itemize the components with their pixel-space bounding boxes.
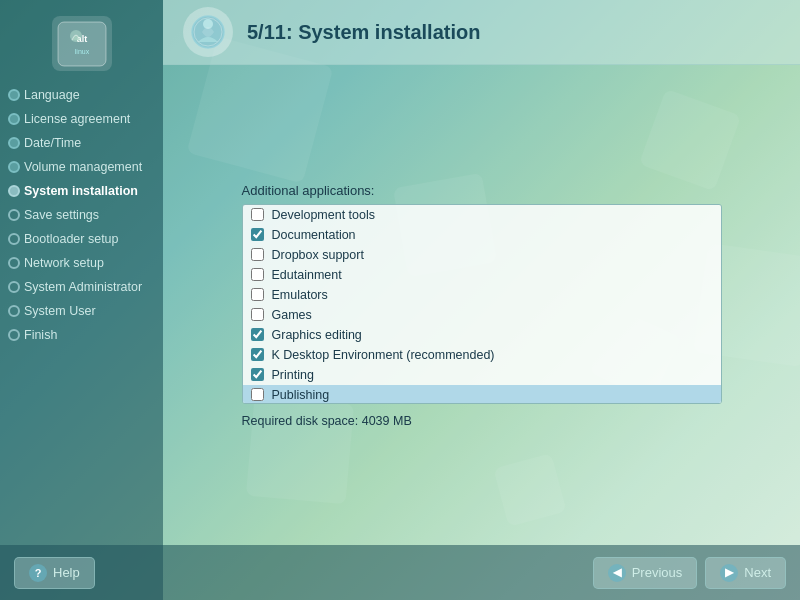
radio-dot-9 <box>8 305 20 317</box>
app-item-2[interactable]: Dropbox support <box>243 245 721 265</box>
radio-dot-10 <box>8 329 20 341</box>
svg-rect-0 <box>58 22 106 66</box>
sidebar-item-bootloader-setup[interactable]: Bootloader setup <box>0 227 163 251</box>
radio-dot-6 <box>8 233 20 245</box>
sidebar-label-10: Finish <box>24 328 57 342</box>
app-label-6: Graphics editing <box>272 328 362 342</box>
previous-label: Previous <box>632 565 683 580</box>
previous-button[interactable]: ◀ Previous <box>593 557 698 589</box>
previous-icon: ◀ <box>608 564 626 582</box>
app-list[interactable]: Development toolsDocumentationDropbox su… <box>242 204 722 404</box>
app-label-3: Edutainment <box>272 268 342 282</box>
help-icon: ? <box>29 564 47 582</box>
help-button[interactable]: ? Help <box>14 557 95 589</box>
sidebar-item-save-settings[interactable]: Save settings <box>0 203 163 227</box>
sidebar-item-volume-management[interactable]: Volume management <box>0 155 163 179</box>
app-label-8: Printing <box>272 368 314 382</box>
app-item-4[interactable]: Emulators <box>243 285 721 305</box>
radio-dot-3 <box>8 161 20 173</box>
app-label-7: K Desktop Environment (recommended) <box>272 348 495 362</box>
sidebar-label-3: Volume management <box>24 160 142 174</box>
app-item-6[interactable]: Graphics editing <box>243 325 721 345</box>
app-label-4: Emulators <box>272 288 328 302</box>
radio-dot-5 <box>8 209 20 221</box>
app-item-1[interactable]: Documentation <box>243 225 721 245</box>
sidebar-item-license-agreement[interactable]: License agreement <box>0 107 163 131</box>
sidebar-label-2: Date/Time <box>24 136 81 150</box>
app-checkbox-0[interactable] <box>251 208 264 221</box>
sidebar-label-1: License agreement <box>24 112 130 126</box>
sidebar-label-8: System Administrator <box>24 280 142 294</box>
app-label-1: Documentation <box>272 228 356 242</box>
app-label-2: Dropbox support <box>272 248 364 262</box>
app-item-3[interactable]: Edutainment <box>243 265 721 285</box>
app-item-9[interactable]: Publishing <box>243 385 721 404</box>
sidebar-item-language[interactable]: Language <box>0 83 163 107</box>
app-label-9: Publishing <box>272 388 330 402</box>
next-label: Next <box>744 565 771 580</box>
app-item-5[interactable]: Games <box>243 305 721 325</box>
help-label: Help <box>53 565 80 580</box>
radio-dot-7 <box>8 257 20 269</box>
header-icon <box>183 7 233 57</box>
radio-dot-0 <box>8 89 20 101</box>
app-label-0: Development tools <box>272 208 376 222</box>
header: 5/11: System installation <box>163 0 800 65</box>
footer: ? Help ◀ Previous ▶ Next <box>0 545 800 600</box>
app-checkbox-2[interactable] <box>251 248 264 261</box>
radio-dot-1 <box>8 113 20 125</box>
header-title: 5/11: System installation <box>247 21 480 44</box>
additional-apps-label: Additional applications: <box>242 183 722 198</box>
app-item-0[interactable]: Development tools <box>243 205 721 225</box>
content-panel: Additional applications: Development too… <box>242 183 722 428</box>
sidebar-label-0: Language <box>24 88 80 102</box>
radio-dot-4 <box>8 185 20 197</box>
app-checkbox-8[interactable] <box>251 368 264 381</box>
app-checkbox-6[interactable] <box>251 328 264 341</box>
alt-linux-logo: alt linux <box>52 16 112 71</box>
sidebar-label-5: Save settings <box>24 208 99 222</box>
app-item-7[interactable]: K Desktop Environment (recommended) <box>243 345 721 365</box>
app-checkbox-3[interactable] <box>251 268 264 281</box>
sidebar-label-4: System installation <box>24 184 138 198</box>
sidebar-item-system-installation[interactable]: System installation <box>0 179 163 203</box>
sidebar: alt linux LanguageLicense agreementDate/… <box>0 0 163 600</box>
sidebar-item-network-setup[interactable]: Network setup <box>0 251 163 275</box>
sidebar-item-finish[interactable]: Finish <box>0 323 163 347</box>
svg-text:linux: linux <box>74 48 89 55</box>
radio-dot-2 <box>8 137 20 149</box>
main-content: Additional applications: Development too… <box>163 65 800 545</box>
app-item-8[interactable]: Printing <box>243 365 721 385</box>
sidebar-item-system-administrator[interactable]: System Administrator <box>0 275 163 299</box>
app-checkbox-9[interactable] <box>251 388 264 401</box>
sidebar-label-9: System User <box>24 304 96 318</box>
next-icon: ▶ <box>720 564 738 582</box>
sidebar-item-date-time[interactable]: Date/Time <box>0 131 163 155</box>
app-checkbox-4[interactable] <box>251 288 264 301</box>
app-checkbox-5[interactable] <box>251 308 264 321</box>
sidebar-logo: alt linux <box>0 8 163 83</box>
app-checkbox-7[interactable] <box>251 348 264 361</box>
app-label-5: Games <box>272 308 312 322</box>
sidebar-item-system-user[interactable]: System User <box>0 299 163 323</box>
sidebar-label-7: Network setup <box>24 256 104 270</box>
disk-space: Required disk space: 4039 MB <box>242 414 722 428</box>
radio-dot-8 <box>8 281 20 293</box>
next-button[interactable]: ▶ Next <box>705 557 786 589</box>
app-checkbox-1[interactable] <box>251 228 264 241</box>
sidebar-items: LanguageLicense agreementDate/TimeVolume… <box>0 83 163 347</box>
sidebar-label-6: Bootloader setup <box>24 232 119 246</box>
